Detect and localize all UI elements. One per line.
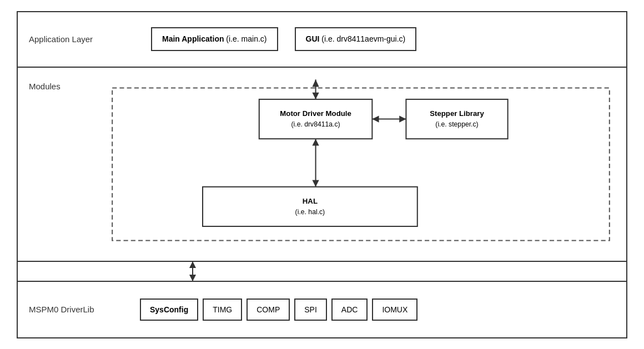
motor-stepper-arrowhead-right [399, 115, 406, 122]
stepper-rect [406, 99, 507, 138]
adc-box: ADC [331, 299, 368, 321]
inter-layer-arrow-container [18, 262, 626, 282]
mspm0-boxes: SysConfig TIMG COMP SPI ADC IOMUX [140, 299, 417, 321]
motor-stepper-arrowhead-left [372, 115, 379, 122]
gui-box: GUI (i.e. drv8411aevm-gui.c) [295, 27, 417, 52]
inter-layer-arrowhead-up [189, 261, 196, 268]
gui-bold-text: GUI [306, 34, 320, 43]
hal-rect [203, 186, 417, 226]
motor-hal-arrowhead-down [312, 180, 319, 186]
modules-layer-label: Modules [29, 76, 107, 252]
motor-driver-sub: (i.e. drv8411a.c) [291, 120, 340, 128]
app-to-motor-arrowhead-up [312, 79, 319, 87]
app-layer-boxes: Main Application (i.e. main.c) GUI (i.e.… [151, 27, 416, 52]
architecture-diagram: Application Layer Main Application (i.e.… [17, 11, 627, 338]
motor-driver-bold: Motor Driver Module [280, 109, 351, 118]
mspm0-layer: MSPM0 DriverLib SysConfig TIMG COMP SPI … [18, 282, 626, 337]
comp-box: COMP [246, 299, 290, 321]
inter-layer-arrowhead-down [189, 275, 196, 281]
motor-driver-rect [259, 99, 373, 138]
inter-layer-arrow-svg [184, 261, 201, 281]
gui-sub-text: (i.e. drv8411aevm-gui.c) [319, 34, 405, 43]
stepper-bold: Stepper Library [430, 109, 484, 118]
main-app-bold-text: Main Application [162, 34, 224, 43]
modules-svg: Motor Driver Module (i.e. drv8411a.c) St… [107, 76, 615, 252]
hal-sub: (i.e. hal.c) [295, 208, 325, 215]
spi-box: SPI [294, 299, 327, 321]
iomux-box: IOMUX [372, 299, 417, 321]
main-application-box: Main Application (i.e. main.c) [151, 27, 278, 52]
mspm0-label: MSPM0 DriverLib [29, 305, 107, 314]
application-layer: Application Layer Main Application (i.e.… [18, 12, 626, 68]
motor-hal-arrowhead-up [312, 139, 319, 145]
stepper-sub: (i.e. stepper.c) [435, 120, 478, 128]
timg-box: TIMG [203, 299, 242, 321]
modules-layer: Modules Motor Driver Module (i.e. drv841… [18, 68, 626, 262]
main-app-sub-text: (i.e. main.c) [224, 34, 266, 43]
app-layer-label: Application Layer [29, 34, 107, 44]
hal-bold: HAL [303, 197, 318, 205]
sysconfig-box: SysConfig [140, 299, 198, 321]
app-to-motor-arrowhead-down [312, 92, 319, 99]
